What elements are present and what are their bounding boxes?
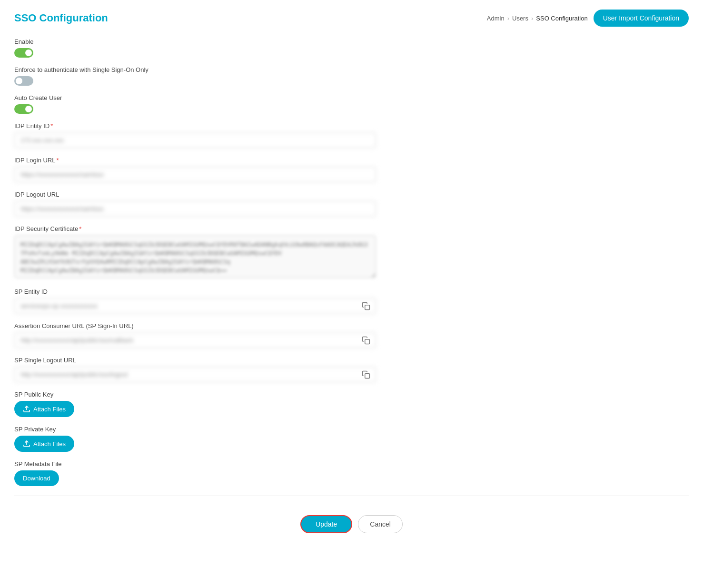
- sp-private-key-field: SP Private Key Attach Files: [14, 426, 376, 452]
- cancel-button[interactable]: Cancel: [358, 515, 403, 533]
- idp-login-url-field: IDP Login URL*: [14, 157, 376, 182]
- idp-login-url-label: IDP Login URL*: [14, 157, 376, 164]
- idp-entity-id-label: IDP Entity ID*: [14, 122, 376, 130]
- svg-rect-0: [365, 305, 370, 309]
- sp-single-logout-url-label: SP Single Logout URL: [14, 357, 376, 364]
- idp-security-certificate-label: IDP Security Certificate*: [14, 225, 376, 232]
- idp-login-url-input[interactable]: [14, 167, 376, 182]
- idp-security-certificate-input[interactable]: MIIDqDCCApCgAwIBAgIGAYzrQmKBMA0GCSqGSIb3…: [14, 235, 376, 278]
- sp-single-logout-url-input-wrapper: [14, 367, 376, 382]
- enforce-sso-toggle[interactable]: [14, 76, 33, 86]
- breadcrumb-users: Users: [512, 15, 528, 22]
- enforce-sso-field: Enforce to authenticate with Single Sign…: [14, 66, 376, 86]
- svg-rect-1: [365, 339, 370, 344]
- sp-metadata-download-button[interactable]: Download: [14, 470, 59, 486]
- user-import-configuration-button[interactable]: User Import Configuration: [594, 10, 689, 27]
- enforce-sso-label: Enforce to authenticate with Single Sign…: [14, 66, 376, 73]
- sp-single-logout-url-input[interactable]: [14, 367, 376, 382]
- breadcrumb-admin: Admin: [487, 15, 505, 22]
- idp-security-certificate-field: IDP Security Certificate* MIIDqDCCApCgAw…: [14, 225, 376, 279]
- sp-single-logout-url-field: SP Single Logout URL: [14, 357, 376, 382]
- sp-single-logout-url-copy-button[interactable]: [360, 369, 372, 381]
- enable-label: Enable: [14, 38, 376, 45]
- assertion-consumer-url-input[interactable]: [14, 332, 376, 348]
- svg-rect-2: [365, 373, 370, 378]
- sp-entity-id-copy-button[interactable]: [360, 300, 372, 312]
- required-star: *: [56, 157, 59, 164]
- sso-configuration-form: Enable Enforce to authenticate with Sing…: [14, 38, 376, 486]
- idp-logout-url-label: IDP Logout URL: [14, 191, 376, 198]
- sp-entity-id-label: SP Entity ID: [14, 288, 376, 295]
- sp-private-key-label: SP Private Key: [14, 426, 376, 433]
- page-title: SSO Configuration: [14, 12, 108, 24]
- idp-logout-url-field: IDP Logout URL: [14, 191, 376, 217]
- idp-logout-url-input[interactable]: [14, 201, 376, 217]
- sp-public-key-label: SP Public Key: [14, 391, 376, 398]
- sp-public-key-attach-button[interactable]: Attach Files: [14, 401, 74, 417]
- form-actions: Update Cancel: [14, 506, 689, 543]
- required-star: *: [79, 225, 81, 232]
- upload-icon: [23, 440, 30, 448]
- sp-entity-id-input[interactable]: [14, 298, 376, 314]
- enable-toggle[interactable]: [14, 48, 33, 58]
- enable-slider: [14, 48, 33, 58]
- auto-create-user-field: Auto Create User: [14, 94, 376, 114]
- breadcrumb: Admin › Users › SSO Configuration: [487, 15, 588, 22]
- enforce-sso-slider: [14, 76, 33, 86]
- form-divider: [14, 496, 689, 496]
- sp-private-key-attach-button[interactable]: Attach Files: [14, 436, 74, 452]
- assertion-consumer-url-label: Assertion Consumer URL (SP Sign-In URL): [14, 322, 376, 329]
- assertion-consumer-url-copy-button[interactable]: [360, 334, 372, 347]
- sp-entity-id-input-wrapper: [14, 298, 376, 314]
- auto-create-user-label: Auto Create User: [14, 94, 376, 101]
- auto-create-user-toggle[interactable]: [14, 104, 33, 114]
- sp-metadata-file-label: SP Metadata File: [14, 460, 376, 468]
- enable-field: Enable: [14, 38, 376, 58]
- copy-icon: [362, 302, 370, 310]
- required-star: *: [50, 122, 53, 130]
- sp-public-key-field: SP Public Key Attach Files: [14, 391, 376, 417]
- auto-create-user-slider: [14, 104, 33, 114]
- breadcrumb-sso-config: SSO Configuration: [536, 15, 587, 22]
- assertion-consumer-url-field: Assertion Consumer URL (SP Sign-In URL): [14, 322, 376, 348]
- copy-icon: [362, 336, 370, 345]
- sp-metadata-file-field: SP Metadata File Download: [14, 460, 376, 486]
- copy-icon: [362, 370, 370, 379]
- upload-icon: [23, 405, 30, 413]
- assertion-consumer-url-input-wrapper: [14, 332, 376, 348]
- sp-entity-id-field: SP Entity ID: [14, 288, 376, 314]
- idp-entity-id-field: IDP Entity ID*: [14, 122, 376, 148]
- idp-entity-id-input[interactable]: [14, 132, 376, 148]
- update-button[interactable]: Update: [300, 515, 352, 533]
